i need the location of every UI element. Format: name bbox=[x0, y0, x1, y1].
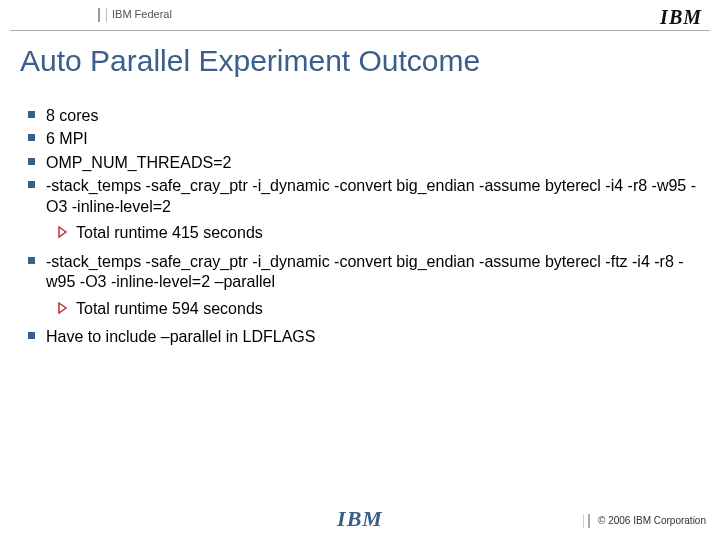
sub-list-item: Total runtime 594 seconds bbox=[58, 299, 700, 319]
ibm-logo-icon: IBM bbox=[660, 6, 702, 29]
division-label: IBM Federal bbox=[112, 8, 172, 20]
header-rule bbox=[106, 8, 107, 22]
header-divider bbox=[10, 30, 710, 31]
list-item: OMP_NUM_THREADS=2 bbox=[28, 153, 700, 173]
square-bullet-icon bbox=[28, 332, 38, 347]
list-item-text: 6 MPI bbox=[46, 129, 700, 149]
list-item: -stack_temps -safe_cray_ptr -i_dynamic -… bbox=[28, 252, 700, 293]
square-bullet-icon bbox=[28, 257, 38, 293]
footer-bar: IBM © 2006 IBM Corporation bbox=[0, 506, 720, 534]
ibm-logo-icon: IBM bbox=[337, 506, 383, 532]
list-item: -stack_temps -safe_cray_ptr -i_dynamic -… bbox=[28, 176, 700, 217]
list-item-text: OMP_NUM_THREADS=2 bbox=[46, 153, 700, 173]
list-item-text: Have to include –parallel in LDFLAGS bbox=[46, 327, 700, 347]
list-item: Have to include –parallel in LDFLAGS bbox=[28, 327, 700, 347]
list-item-text: -stack_temps -safe_cray_ptr -i_dynamic -… bbox=[46, 176, 700, 217]
square-bullet-icon bbox=[28, 158, 38, 173]
content-body: 8 cores 6 MPI OMP_NUM_THREADS=2 -stack_t… bbox=[28, 106, 700, 351]
square-bullet-icon bbox=[28, 181, 38, 217]
list-item: 6 MPI bbox=[28, 129, 700, 149]
sub-list-item: Total runtime 415 seconds bbox=[58, 223, 700, 243]
arrow-right-icon bbox=[58, 302, 68, 319]
copyright-text: © 2006 IBM Corporation bbox=[598, 515, 706, 526]
square-bullet-icon bbox=[28, 134, 38, 149]
header-rule bbox=[98, 8, 100, 22]
list-item: 8 cores bbox=[28, 106, 700, 126]
footer-rule bbox=[588, 514, 590, 528]
footer-rule bbox=[583, 514, 584, 528]
square-bullet-icon bbox=[28, 111, 38, 126]
sub-list-item-text: Total runtime 594 seconds bbox=[76, 299, 700, 319]
list-item-text: 8 cores bbox=[46, 106, 700, 126]
slide: IBM Federal IBM Auto Parallel Experiment… bbox=[0, 0, 720, 540]
list-item-text: -stack_temps -safe_cray_ptr -i_dynamic -… bbox=[46, 252, 700, 293]
sub-list-item-text: Total runtime 415 seconds bbox=[76, 223, 700, 243]
page-title: Auto Parallel Experiment Outcome bbox=[20, 44, 480, 78]
arrow-right-icon bbox=[58, 226, 68, 243]
